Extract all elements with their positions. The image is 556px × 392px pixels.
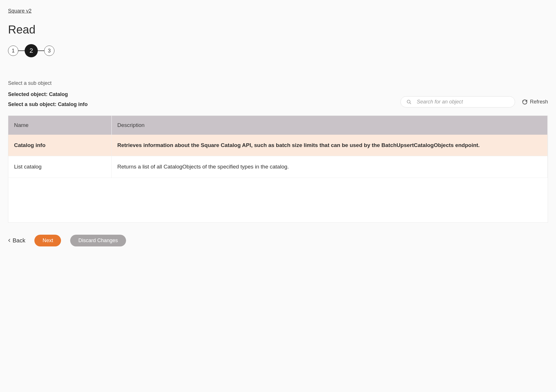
footer-actions: Back Next Discard Changes xyxy=(8,235,548,246)
column-header-description: Description xyxy=(111,116,548,135)
object-table: Name Description Catalog info Retrieves … xyxy=(8,115,548,223)
step-3[interactable]: 3 xyxy=(44,46,54,56)
cell-name: List catalog xyxy=(8,156,111,178)
discard-button[interactable]: Discard Changes xyxy=(70,235,126,246)
search-input[interactable] xyxy=(417,99,509,105)
search-icon xyxy=(406,99,412,105)
selected-object-text: Selected object: Catalog xyxy=(8,91,88,97)
column-header-name: Name xyxy=(8,116,111,135)
table-row[interactable]: Catalog info Retrieves information about… xyxy=(8,135,548,156)
search-box[interactable] xyxy=(400,96,515,107)
svg-line-1 xyxy=(410,103,411,104)
refresh-label: Refresh xyxy=(530,99,548,105)
table-row[interactable]: List catalog Returns a list of all Catal… xyxy=(8,156,548,178)
svg-point-0 xyxy=(407,100,410,103)
breadcrumb-link[interactable]: Square v2 xyxy=(8,8,32,14)
next-button[interactable]: Next xyxy=(34,235,61,246)
table-empty-space xyxy=(8,178,548,222)
refresh-icon xyxy=(522,99,528,105)
cell-name: Catalog info xyxy=(8,135,111,156)
step-2[interactable]: 2 xyxy=(25,44,38,57)
back-label: Back xyxy=(13,237,25,244)
step-1[interactable]: 1 xyxy=(8,46,18,56)
cell-description: Returns a list of all CatalogObjects of … xyxy=(111,156,548,178)
sub-object-label: Select a sub object xyxy=(8,80,548,86)
back-button[interactable]: Back xyxy=(8,237,25,244)
page-title: Read xyxy=(8,23,548,36)
select-sub-object-text: Select a sub object: Catalog info xyxy=(8,101,88,107)
step-connector xyxy=(18,50,25,51)
cell-description: Retrieves information about the Square C… xyxy=(111,135,548,156)
chevron-left-icon xyxy=(8,238,11,242)
stepper: 1 2 3 xyxy=(8,44,548,57)
refresh-button[interactable]: Refresh xyxy=(522,99,548,105)
step-connector xyxy=(38,50,44,51)
